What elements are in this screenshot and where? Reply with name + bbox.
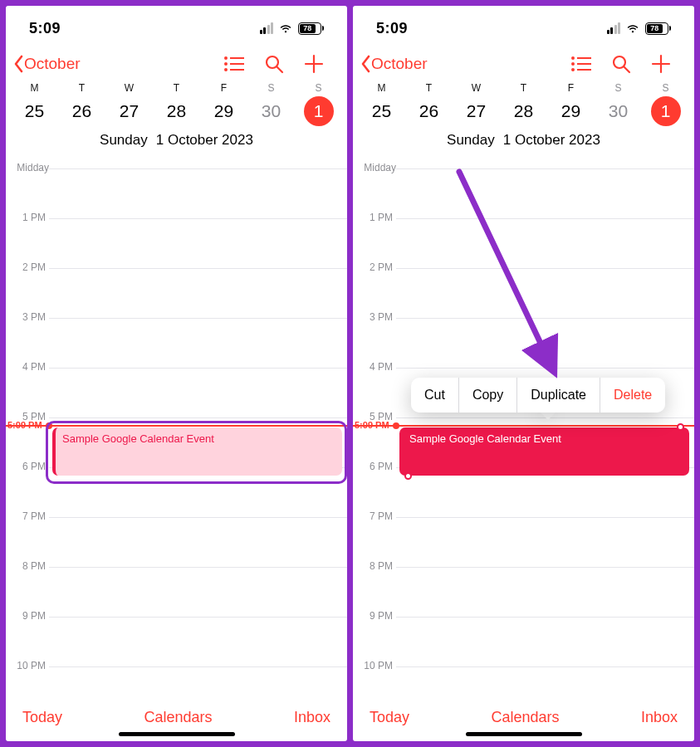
screenshot-left: 5:09 78 October M T W T F S S — [3, 3, 350, 744]
chevron-left-icon — [360, 55, 371, 73]
list-view-button[interactable] — [561, 55, 601, 73]
hour-label: 3 PM — [11, 311, 46, 323]
context-menu: Cut Copy Duplicate Delete — [411, 378, 665, 413]
hour-label: 8 PM — [11, 560, 46, 572]
status-time: 5:09 — [29, 20, 61, 37]
inbox-button[interactable]: Inbox — [294, 709, 330, 726]
hour-label: 9 PM — [11, 610, 46, 622]
date-cell[interactable]: 29 — [200, 95, 247, 127]
search-button[interactable] — [601, 54, 641, 74]
hour-label: 6 PM — [358, 461, 393, 472]
hour-label: 7 PM — [11, 510, 46, 522]
weekday: M — [11, 82, 58, 94]
annotation-highlight — [46, 421, 347, 484]
date-cell[interactable]: 26 — [405, 95, 453, 127]
cellular-icon — [607, 22, 621, 34]
add-button[interactable] — [294, 54, 334, 74]
now-indicator-dot — [393, 422, 399, 429]
date-cell[interactable]: 27 — [105, 95, 153, 127]
full-date: Sunday1 October 2023 — [353, 130, 694, 157]
home-indicator[interactable] — [466, 732, 582, 736]
calendars-button[interactable]: Calendars — [491, 709, 559, 726]
date-cell[interactable]: 25 — [358, 95, 405, 127]
date-cell[interactable]: 29 — [547, 95, 595, 127]
hour-label: 1 PM — [11, 212, 46, 223]
today-button[interactable]: Today — [22, 709, 62, 726]
hour-label: 1 PM — [358, 212, 393, 223]
date-row: 25 26 27 28 29 30 1 — [6, 94, 347, 130]
hour-label: 8 PM — [358, 560, 393, 572]
date-cell[interactable]: 30 — [595, 95, 642, 127]
today-button[interactable]: Today — [370, 709, 409, 726]
screenshot-right: 5:09 78 October M T W T F S S — [350, 3, 697, 744]
hour-label: 6 PM — [11, 461, 46, 472]
svg-point-10 — [571, 56, 575, 60]
hour-label: 4 PM — [11, 361, 46, 373]
weekday: W — [105, 82, 153, 94]
resize-handle-bottom[interactable] — [404, 472, 412, 480]
add-button[interactable] — [641, 54, 681, 74]
calendar-event-selected[interactable]: Sample Google Calendar Event — [399, 427, 689, 476]
calendars-button[interactable]: Calendars — [144, 709, 212, 726]
list-icon — [570, 55, 592, 73]
search-button[interactable] — [254, 54, 294, 74]
back-label: October — [24, 55, 81, 73]
status-time: 5:09 — [376, 20, 408, 37]
menu-cut[interactable]: Cut — [411, 378, 458, 413]
svg-point-0 — [224, 56, 228, 60]
full-date: Sunday1 October 2023 — [6, 130, 347, 157]
hour-label: 2 PM — [358, 261, 393, 273]
search-icon — [264, 54, 284, 74]
weekday: S — [595, 82, 642, 94]
date-cell[interactable]: 28 — [500, 95, 547, 127]
hour-label: 4 PM — [358, 361, 393, 373]
hour-label: 10 PM — [358, 660, 393, 671]
back-label: October — [371, 55, 428, 73]
plus-icon — [304, 54, 324, 74]
date-cell[interactable]: 26 — [58, 95, 105, 127]
date-cell[interactable]: 25 — [11, 95, 58, 127]
timeline[interactable]: Midday 1 PM 2 PM 3 PM 4 PM 5 PM 6 PM 7 P… — [6, 157, 347, 693]
date-cell-selected[interactable]: 1 — [642, 95, 689, 127]
header: October — [6, 44, 347, 77]
weekday: T — [405, 82, 453, 94]
hour-label: 3 PM — [358, 311, 393, 323]
back-button[interactable]: October — [360, 55, 428, 73]
menu-duplicate[interactable]: Duplicate — [516, 378, 600, 413]
inbox-button[interactable]: Inbox — [641, 709, 678, 726]
weekday: T — [58, 82, 105, 94]
wifi-icon — [278, 21, 293, 36]
timeline[interactable]: Midday 1 PM 2 PM 3 PM 4 PM 5 PM 6 PM 7 P… — [353, 157, 694, 693]
resize-handle-top[interactable] — [677, 423, 684, 431]
event-title: Sample Google Calendar Event — [409, 432, 561, 445]
date-row: 25 26 27 28 29 30 1 — [353, 94, 694, 130]
date-cell[interactable]: 30 — [247, 95, 295, 127]
weekday: W — [453, 82, 500, 94]
svg-line-17 — [624, 66, 629, 72]
weekday-row: M T W T F S S — [353, 77, 694, 94]
menu-copy[interactable]: Copy — [458, 378, 516, 413]
header: October — [353, 44, 694, 77]
hour-label: 10 PM — [11, 660, 46, 671]
weekday: T — [500, 82, 547, 94]
home-indicator[interactable] — [119, 732, 235, 736]
weekday: S — [295, 82, 342, 94]
weekday: F — [547, 82, 595, 94]
back-button[interactable]: October — [12, 55, 81, 73]
date-cell[interactable]: 27 — [453, 95, 500, 127]
svg-point-2 — [224, 62, 228, 66]
list-view-button[interactable] — [214, 55, 254, 73]
status-icons: 78 — [260, 21, 325, 36]
weekday: S — [247, 82, 295, 94]
now-time-label: 5:09 PM — [355, 420, 389, 430]
weekday: F — [200, 82, 247, 94]
hour-label: Midday — [355, 162, 396, 173]
weekday: S — [642, 82, 689, 94]
date-cell-selected[interactable]: 1 — [295, 95, 342, 127]
hour-label: 9 PM — [358, 610, 393, 622]
chevron-left-icon — [12, 55, 24, 73]
status-bar: 5:09 78 — [6, 6, 347, 44]
menu-delete[interactable]: Delete — [600, 378, 665, 413]
date-cell[interactable]: 28 — [153, 95, 200, 127]
svg-point-12 — [571, 62, 575, 66]
